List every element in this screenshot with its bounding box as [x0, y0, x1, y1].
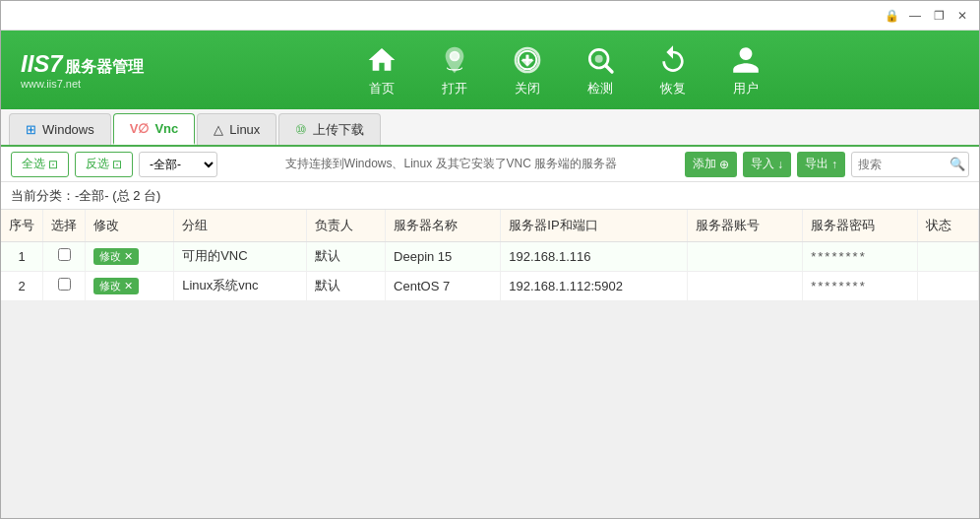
svg-point-0	[450, 51, 460, 62]
export-icon: ↑	[831, 158, 837, 171]
cell-account	[687, 271, 802, 300]
table-row: 2 修改 ✕ Linux系统vnc 默认 CentOS 7 192.168.1.…	[1, 271, 979, 300]
vnc-tab-icon: V∅	[130, 121, 150, 136]
cell-responsible: 默认	[307, 271, 386, 300]
search-icon-button[interactable]: 🔍	[949, 157, 965, 171]
cell-responsible: 默认	[307, 241, 386, 271]
tab-bar: ⊞ Windows V∅ Vnc △ Linux ⑩ 上传下载	[1, 109, 979, 147]
cell-edit: 修改 ✕	[86, 271, 174, 300]
minimize-button[interactable]: —	[906, 7, 924, 25]
col-status: 状态	[918, 210, 979, 241]
windows-tab-label: Windows	[42, 122, 94, 137]
linux-tab-label: Linux	[229, 122, 260, 137]
row-checkbox[interactable]	[58, 278, 71, 291]
search-wrap: 🔍	[851, 152, 969, 177]
vnc-tab-label: Vnc	[154, 121, 178, 136]
edit-button-2[interactable]: 修改 ✕	[93, 278, 139, 294]
close-nav-icon	[510, 42, 545, 78]
import-label: 导入	[751, 156, 774, 172]
cell-group: 可用的VNC	[174, 241, 307, 271]
nav-home[interactable]: 首页	[350, 36, 413, 103]
import-icon: ↓	[777, 158, 783, 171]
col-edit: 修改	[86, 210, 174, 241]
tab-linux[interactable]: △ Linux	[197, 113, 276, 145]
info-row: 当前分类：-全部- (总 2 台)	[1, 182, 979, 210]
current-category-text: 当前分类：-全部- (总 2 台)	[11, 187, 160, 205]
cell-num: 2	[1, 271, 43, 300]
tab-windows[interactable]: ⊞ Windows	[9, 113, 111, 145]
invert-select-button[interactable]: 反选 ⊡	[75, 152, 133, 177]
table-header-row: 序号 选择 修改 分组 负责人 服务器名称 服务器IP和端口 服务器账号 服务器…	[1, 210, 979, 241]
cell-ip-port: 192.168.1.116	[501, 241, 688, 271]
cell-checkbox[interactable]	[43, 241, 86, 271]
table-container: 序号 选择 修改 分组 负责人 服务器名称 服务器IP和端口 服务器账号 服务器…	[1, 210, 979, 301]
tab-vnc[interactable]: V∅ Vnc	[113, 113, 196, 145]
upload-download-tab-icon: ⑩	[295, 122, 307, 137]
add-button[interactable]: 添加 ⊕	[685, 152, 737, 177]
cell-status	[918, 241, 979, 271]
cell-ip-port: 192.168.1.112:5902	[501, 271, 688, 300]
invert-icon: ⊡	[112, 158, 122, 171]
col-ip-port: 服务器IP和端口	[501, 210, 688, 241]
nav-close[interactable]: 关闭	[496, 36, 559, 103]
svg-point-4	[595, 55, 603, 63]
col-group: 分组	[174, 210, 307, 241]
group-filter-select[interactable]: -全部-	[139, 152, 217, 177]
support-text: 支持连接到Windows、Linux 及其它安装了VNC 服务端的服务器	[223, 156, 679, 172]
logo-brand: IIS7 服务器管理	[21, 50, 144, 78]
cell-status	[918, 271, 979, 300]
col-server-name: 服务器名称	[386, 210, 501, 241]
cell-server-name: CentOS 7	[386, 271, 501, 300]
col-responsible: 负责人	[307, 210, 386, 241]
cell-num: 1	[1, 241, 43, 271]
import-button[interactable]: 导入 ↓	[743, 152, 791, 177]
nav-detect[interactable]: 检测	[569, 36, 632, 103]
select-all-label: 全选	[22, 156, 45, 172]
cell-edit: 修改 ✕	[86, 241, 174, 271]
tab-upload-download[interactable]: ⑩ 上传下载	[278, 113, 381, 145]
add-icon: ⊕	[719, 158, 729, 171]
cell-password: ********	[803, 241, 918, 271]
nav-bar: IIS7 服务器管理 www.iis7.net 首页 打开 关闭	[1, 31, 979, 109]
user-icon	[728, 42, 764, 78]
nav-items: 首页 打开 关闭 检测 恢复	[158, 36, 969, 103]
title-bar-controls: 🔒 — ❐ ✕	[883, 7, 971, 25]
select-all-button[interactable]: 全选 ⊡	[11, 152, 69, 177]
table-row: 1 修改 ✕ 可用的VNC 默认 Deepin 15 192.168.1.116…	[1, 241, 979, 271]
restore-icon	[655, 42, 691, 78]
linux-tab-icon: △	[214, 122, 223, 137]
invert-label: 反选	[86, 156, 109, 172]
server-table: 序号 选择 修改 分组 负责人 服务器名称 服务器IP和端口 服务器账号 服务器…	[1, 210, 979, 301]
col-account: 服务器账号	[687, 210, 802, 241]
cell-server-name: Deepin 15	[386, 241, 501, 271]
windows-tab-icon: ⊞	[26, 122, 36, 137]
col-password: 服务器密码	[803, 210, 918, 241]
lock-icon: 🔒	[883, 7, 900, 25]
export-button[interactable]: 导出 ↑	[797, 152, 845, 177]
home-icon	[364, 42, 399, 78]
select-all-icon: ⊡	[48, 158, 58, 171]
title-bar: 🔒 — ❐ ✕	[1, 1, 979, 31]
logo-area: IIS7 服务器管理 www.iis7.net	[11, 50, 158, 90]
cell-group: Linux系统vnc	[174, 271, 307, 300]
cell-checkbox[interactable]	[43, 271, 86, 300]
toolbar-row: 全选 ⊡ 反选 ⊡ -全部- 支持连接到Windows、Linux 及其它安装了…	[1, 147, 979, 182]
export-label: 导出	[805, 156, 828, 172]
svg-line-3	[606, 66, 612, 72]
nav-restore[interactable]: 恢复	[642, 36, 704, 103]
col-select: 选择	[43, 210, 86, 241]
edit-button-1[interactable]: 修改 ✕	[93, 248, 139, 265]
detect-icon	[582, 42, 618, 78]
upload-download-tab-label: 上传下载	[313, 121, 364, 139]
cell-account	[687, 241, 802, 271]
add-label: 添加	[693, 156, 716, 172]
nav-open[interactable]: 打开	[423, 36, 486, 103]
close-button[interactable]: ✕	[953, 7, 971, 25]
restore-button[interactable]: ❐	[930, 7, 948, 25]
open-icon	[437, 42, 472, 78]
nav-user[interactable]: 用户	[714, 36, 777, 103]
logo-subtitle: www.iis7.net	[21, 78, 81, 90]
col-num: 序号	[1, 210, 43, 241]
row-checkbox[interactable]	[58, 248, 71, 261]
cell-password: ********	[803, 271, 918, 300]
